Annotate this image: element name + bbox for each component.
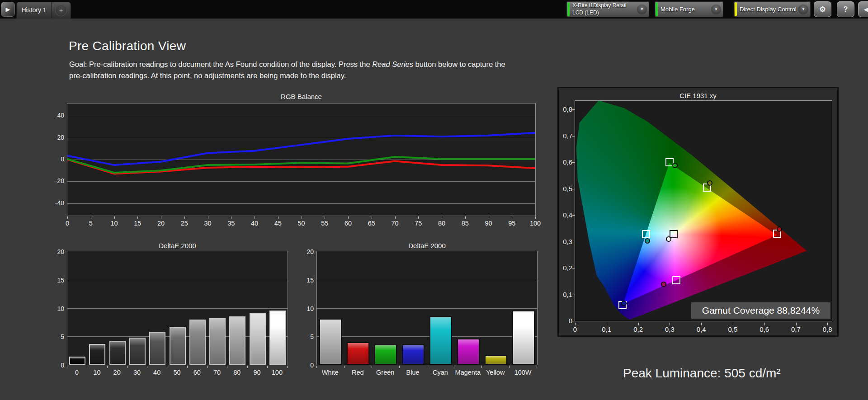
deltae-x-tick: [481, 366, 482, 368]
cie-y-tick-label: 0,6: [559, 158, 572, 166]
cie-y-tick: [572, 109, 575, 110]
rgb-x-tick-label: 80: [438, 220, 445, 227]
deltae-bar: [229, 316, 245, 365]
deltae-x-tick: [127, 366, 127, 368]
rgb-x-tick: [535, 216, 536, 219]
deltae-colors-x-axis: WhiteRedGreenBlueCyanMagentaYellow100W: [316, 366, 538, 379]
meter-status-indicator: [567, 2, 570, 16]
deltae-x-tick: [316, 366, 317, 368]
cie-x-tick-label: 0,3: [665, 325, 675, 333]
deltae-x-tick: [107, 366, 108, 368]
rgb-x-tick: [395, 216, 396, 219]
rgb-x-tick: [348, 216, 349, 219]
cie-measured-green: [672, 163, 678, 168]
deltae-y-tick-label: 0: [51, 362, 64, 369]
gamut-coverage-readout: Gamut Coverage 88,8244%: [691, 302, 830, 319]
rgb-x-tick: [161, 216, 161, 219]
rgb-x-tick: [114, 216, 115, 219]
rgb-x-tick: [67, 216, 68, 219]
cie-y-tick: [572, 189, 575, 189]
rgb-x-tick: [137, 216, 138, 219]
deltae-x-category-label: 10: [93, 369, 100, 376]
deltae-y-tick-label: 0: [300, 362, 314, 369]
cie-chart-title: CIE 1931 xy: [559, 92, 837, 99]
cie-y-tick-label: 0,2: [559, 264, 572, 272]
rgb-x-tick-label: 40: [251, 220, 258, 227]
cie-y-tick: [572, 136, 575, 136]
settings-button[interactable]: ⚙: [814, 1, 831, 17]
rgb-x-tick-label: 0: [66, 220, 69, 227]
deltae-x-category-label: Cyan: [433, 369, 448, 376]
cie-x-tick-label: 0,5: [728, 325, 737, 333]
rgb-x-tick-label: 20: [157, 220, 165, 227]
cie-y-tick: [572, 321, 575, 321]
deltae-x-tick: [67, 366, 67, 368]
cie-y-tick: [572, 295, 575, 295]
cie-y-tick-label: 0,8: [559, 105, 572, 113]
cie-measured-red: [777, 226, 782, 232]
cie-diagram-panel: CIE 1931 xy 00,10,20,30,40,50,60,70,8 00…: [557, 87, 839, 337]
cie-target-cyan: [642, 230, 650, 238]
rgb-balance-y-axis: 40200-20-40: [51, 103, 64, 216]
rgb-x-tick: [418, 216, 419, 219]
rgb-balance-lines: [67, 104, 535, 216]
tab-history-1[interactable]: History 1: [17, 2, 51, 19]
rgb-x-tick-label: 90: [485, 220, 492, 227]
deltae-bar: [485, 355, 507, 365]
deltae-grayscale-chart-title: DeltaE 2000: [67, 242, 288, 249]
deltae-grayscale-x-axis: 0102030405060708090100: [67, 366, 288, 379]
help-button[interactable]: ?: [837, 1, 854, 17]
cie-y-axis: 00,10,20,30,40,50,60,70,8: [559, 101, 572, 321]
rgb-series-blue: [67, 133, 535, 165]
nav-expand-button[interactable]: ▶: [1, 2, 15, 17]
rgb-y-tick-label: -40: [51, 199, 64, 207]
deltae-x-category-label: 80: [233, 369, 241, 376]
chevron-down-icon: ▼: [711, 5, 721, 14]
cie-target-white: [670, 230, 678, 238]
rgb-balance-x-axis: 0510152025303540455055606570758085909510…: [67, 216, 536, 229]
meter-dropdown[interactable]: X-Rite i1Display Retail LCD (LED) ▼: [566, 1, 649, 17]
deltae-x-category-label: White: [322, 369, 339, 376]
collapse-panel-button[interactable]: ◀: [858, 1, 868, 17]
rgb-x-tick-label: 100: [530, 220, 541, 227]
deltae-bar: [347, 342, 369, 365]
display-control-dropdown[interactable]: Direct Display Control ▼: [734, 1, 811, 17]
deltae-gridline: [317, 308, 537, 309]
rgb-y-tick-label: 0: [51, 155, 64, 163]
cie-measured-magenta: [661, 282, 666, 287]
deltae-x-tick: [267, 366, 268, 368]
read-series-emphasis: Read Series: [372, 60, 413, 68]
cie-x-tick-label: 0,7: [791, 325, 801, 333]
cie-y-tick-label: 0,3: [559, 238, 572, 245]
deltae-x-tick: [537, 366, 537, 368]
deltae-bar: [429, 316, 452, 365]
cie-1931-diagram: 00,10,20,30,40,50,60,70,8 00,10,20,30,40…: [575, 100, 832, 321]
deltae-x-category-label: 90: [254, 369, 261, 376]
deltae-x-tick: [207, 366, 208, 368]
rgb-x-tick-label: 5: [89, 220, 93, 227]
deltae-x-tick: [187, 366, 188, 368]
cie-x-tick-label: 0,2: [633, 325, 643, 333]
source-dropdown[interactable]: Mobile Forge ▼: [655, 1, 723, 17]
rgb-x-tick-label: 15: [134, 220, 141, 227]
chevron-down-icon: ▼: [637, 5, 647, 14]
deltae-y-tick-label: 5: [51, 333, 64, 340]
deltae-grayscale-y-axis: 05101520: [51, 251, 64, 365]
deltae-x-category-label: Blue: [406, 369, 420, 376]
display-control-status-indicator: [735, 2, 737, 16]
goal-text-prefix: Goal: Pre-calibration readings to docume…: [69, 60, 372, 68]
goal-description: Goal: Pre-calibration readings to docume…: [69, 59, 514, 81]
app-window: ▶ History 1 + X-Rite i1Display Retail LC…: [0, 0, 868, 400]
deltae-colors-y-axis: 05101520: [300, 251, 314, 365]
deltae-y-tick-label: 20: [300, 248, 314, 255]
workflow-tab-group: History 1 +: [16, 2, 71, 19]
deltae-bar: [170, 327, 186, 365]
rgb-x-tick-label: 35: [227, 220, 235, 227]
cie-x-tick-label: 0,8: [823, 325, 832, 333]
deltae-bar: [149, 332, 165, 365]
cie-x-tick-label: 0,6: [760, 325, 769, 333]
add-tab-button[interactable]: +: [51, 2, 71, 19]
cie-target-magenta: [672, 276, 680, 284]
meter-dropdown-label-line1: X-Rite i1Display Retail: [572, 2, 637, 9]
rgb-x-tick: [255, 216, 255, 219]
